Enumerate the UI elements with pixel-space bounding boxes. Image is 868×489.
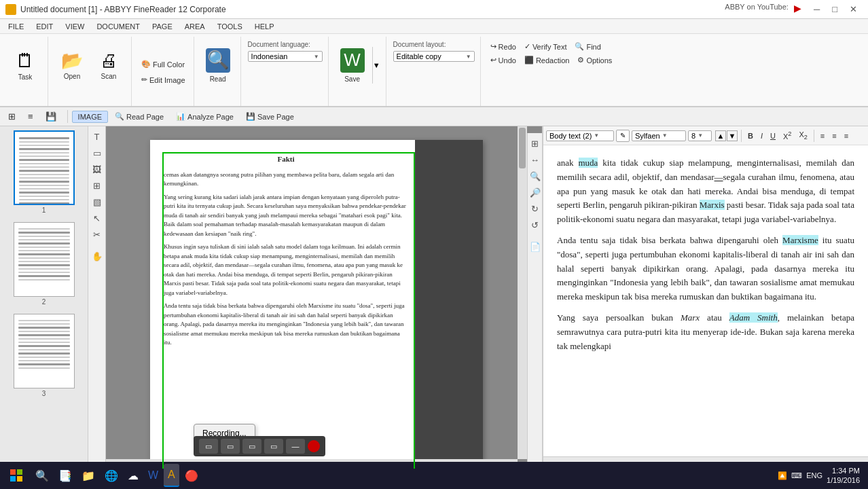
taskbar-files[interactable]: 📁 bbox=[77, 464, 99, 487]
thumb-line bbox=[18, 239, 70, 240]
toolbar2-icon1[interactable]: ⊞ bbox=[3, 110, 21, 123]
doc-vscrollbar-thumb[interactable] bbox=[519, 128, 526, 168]
toolbar2-icon2[interactable]: ≡ bbox=[22, 110, 39, 123]
redo-button[interactable]: ↪ Redo bbox=[488, 41, 519, 52]
rotate-cw[interactable]: ↻ bbox=[528, 201, 543, 216]
tray-lang[interactable]: ENG bbox=[806, 471, 822, 479]
toolbar2-icon3[interactable]: 💾 bbox=[40, 110, 62, 123]
menu-help[interactable]: HELP bbox=[249, 21, 280, 32]
align-right-button[interactable]: ≡ bbox=[842, 131, 851, 141]
find-button[interactable]: 🔍 Find bbox=[572, 41, 603, 52]
taskbar-task-view[interactable]: 📑 bbox=[54, 464, 76, 487]
page-thumb-2[interactable]: 2 bbox=[3, 221, 85, 307]
font-size-decrease[interactable]: ▼ bbox=[727, 130, 738, 141]
taskbar-red-app[interactable]: 🔴 bbox=[181, 464, 202, 487]
highlight-marxisme: Marxisme bbox=[782, 235, 818, 245]
rec-btn-2[interactable]: ▭ bbox=[221, 439, 240, 454]
doc-vscrollbar[interactable] bbox=[518, 126, 527, 459]
menu-file[interactable]: FILE bbox=[3, 21, 29, 32]
analyze-page-button[interactable]: 📊 Analyze Page bbox=[170, 111, 239, 122]
font-size-dropdown[interactable]: 8 bbox=[688, 130, 712, 141]
taskbar-cloud[interactable]: ☁ bbox=[124, 464, 143, 487]
zoom-width[interactable]: ↔ bbox=[528, 152, 543, 167]
edit-image-button[interactable]: ✏ Edit Image bbox=[139, 74, 188, 86]
rotate-ccw[interactable]: ↺ bbox=[528, 217, 543, 232]
close-button[interactable]: ✕ bbox=[844, 3, 863, 16]
open-icon: 📂 bbox=[61, 50, 83, 71]
align-center-button[interactable]: ≡ bbox=[829, 131, 839, 141]
menu-page[interactable]: PAGE bbox=[147, 21, 178, 32]
save-dropdown-area: ▼ bbox=[372, 39, 380, 91]
style-options-button[interactable]: ✎ bbox=[616, 130, 630, 142]
save-button[interactable]: W Save bbox=[336, 39, 369, 91]
page-thumb-3[interactable]: 3 bbox=[3, 312, 85, 399]
options-button[interactable]: ⚙ Options bbox=[575, 54, 615, 66]
page-thumb-1[interactable]: 1 bbox=[3, 129, 85, 215]
tool-text[interactable]: T bbox=[90, 129, 105, 144]
tool-background[interactable]: ▧ bbox=[90, 194, 105, 209]
text-panel-body[interactable]: anak muda kita tidak cukup siap melampun… bbox=[543, 145, 868, 456]
zoom-out[interactable]: 🔎 bbox=[528, 185, 543, 200]
rec-btn-4[interactable]: ▭ bbox=[264, 439, 283, 454]
italic-button[interactable]: I bbox=[758, 131, 765, 141]
start-button[interactable] bbox=[3, 464, 30, 487]
thumb-line bbox=[18, 323, 70, 325]
taskbar-word[interactable]: W bbox=[144, 464, 162, 487]
minimize-button[interactable]: ─ bbox=[808, 3, 825, 16]
zoom-in[interactable]: 🔍 bbox=[528, 168, 543, 183]
save-page-button[interactable]: 💾 Save Page bbox=[240, 111, 300, 122]
thumb-line bbox=[18, 360, 70, 361]
taskbar-search[interactable]: 🔍 bbox=[31, 464, 53, 487]
text-para-1: anak muda kita tidak cukup siap melampun… bbox=[557, 156, 854, 227]
layout-dropdown[interactable]: Editable copy bbox=[393, 51, 475, 62]
rec-stop-button[interactable] bbox=[308, 440, 320, 452]
image-tab[interactable]: IMAGE bbox=[72, 111, 108, 123]
menu-tools[interactable]: TOOLS bbox=[212, 21, 248, 32]
zoom-fit[interactable]: ⊞ bbox=[528, 136, 543, 151]
font-dropdown[interactable]: Sylfaen bbox=[632, 130, 686, 141]
doc-nav[interactable]: 📄 bbox=[528, 239, 543, 254]
task-button[interactable]: 🗒 Task bbox=[8, 39, 42, 91]
taskbar-browser[interactable]: 🌐 bbox=[101, 464, 122, 487]
align-left-button[interactable]: ≡ bbox=[818, 131, 827, 141]
read-button[interactable]: 🔍 Read bbox=[201, 39, 235, 91]
undo-button[interactable]: ↩ Undo bbox=[488, 54, 519, 66]
paragraph-style-dropdown[interactable]: Body text (2) bbox=[546, 130, 614, 141]
open-button[interactable]: 📂 Open bbox=[55, 39, 89, 91]
menu-view[interactable]: VIEW bbox=[60, 21, 90, 32]
thumb-line bbox=[18, 320, 70, 321]
menu-edit[interactable]: EDIT bbox=[31, 21, 58, 32]
tray-arrow[interactable]: 🔼 bbox=[778, 471, 787, 480]
menu-area[interactable]: AREA bbox=[179, 21, 211, 32]
language-dropdown[interactable]: Indonesian bbox=[248, 51, 323, 62]
superscript-button[interactable]: X2 bbox=[780, 130, 794, 141]
tool-area[interactable]: ▭ bbox=[90, 145, 105, 160]
save-dropdown-arrow[interactable]: ▼ bbox=[372, 47, 380, 83]
scan-button[interactable]: 🖨 Scan bbox=[92, 39, 126, 91]
text-panel: Body text (2) ✎ Sylfaen 8 ▲ ▼ B I U X2 X… bbox=[542, 126, 868, 469]
verify-text-button[interactable]: ✓ Verify Text bbox=[522, 41, 570, 52]
taskbar-abbyy[interactable]: A bbox=[164, 464, 179, 487]
page-thumb-img-2 bbox=[14, 222, 75, 297]
app-icon bbox=[5, 4, 16, 15]
thumb-line bbox=[19, 192, 69, 194]
tool-hand[interactable]: ✋ bbox=[90, 249, 105, 264]
redaction-button[interactable]: ⬛ Redaction bbox=[522, 54, 573, 66]
tool-picture[interactable]: 🖼 bbox=[90, 162, 105, 177]
rec-btn-3[interactable]: ▭ bbox=[242, 439, 261, 454]
tool-select[interactable]: ↖ bbox=[90, 211, 105, 225]
subscript-button[interactable]: X2 bbox=[796, 130, 810, 141]
rec-btn-1[interactable]: ▭ bbox=[199, 439, 218, 454]
document-image-area[interactable]: Fakti cemas akan datangnya seorang putra… bbox=[106, 126, 542, 469]
bold-button[interactable]: B bbox=[745, 131, 756, 141]
font-size-increase[interactable]: ▲ bbox=[715, 130, 726, 141]
rec-btn-5[interactable]: — bbox=[286, 439, 305, 454]
layout-value: Editable copy bbox=[397, 52, 441, 60]
read-page-button[interactable]: 🔍 Read Page bbox=[109, 111, 169, 122]
menu-document[interactable]: DOCUMENT bbox=[91, 21, 145, 32]
tool-crop[interactable]: ✂ bbox=[90, 227, 105, 242]
tool-table[interactable]: ⊞ bbox=[90, 178, 105, 193]
maximize-button[interactable]: □ bbox=[827, 3, 843, 16]
underline-button[interactable]: U bbox=[767, 131, 778, 141]
full-color-button[interactable]: 🎨 Full Color bbox=[139, 58, 187, 70]
